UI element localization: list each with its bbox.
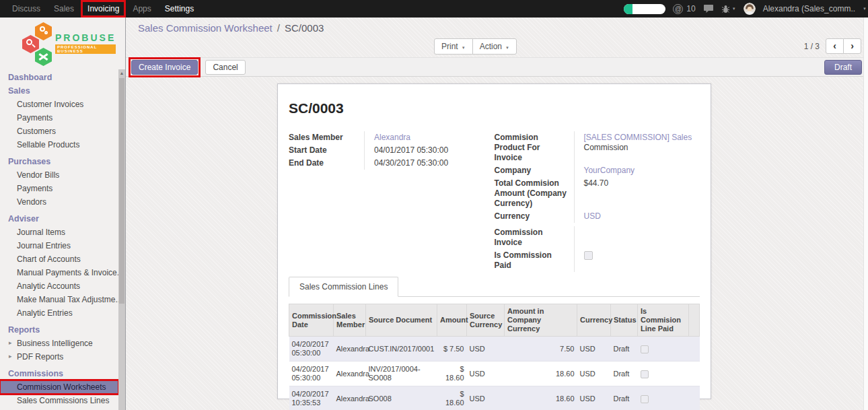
sidebar-item-pdf-reports[interactable]: PDF Reports: [0, 350, 118, 364]
cell-currency: USD: [577, 337, 611, 362]
col-currency: Currency: [577, 304, 611, 337]
user-menu[interactable]: Alexandra (Sales_comm..: [763, 4, 855, 13]
line-paid-checkbox: [641, 370, 649, 378]
sidebar-item-tax-adjustments[interactable]: Make Manual Tax Adjustme...: [0, 293, 118, 306]
breadcrumb-separator: /: [277, 22, 280, 34]
col-filler: [689, 304, 700, 337]
cell-source-currency: USD: [467, 386, 505, 410]
cell-amount: $ 7.50: [437, 337, 467, 362]
user-menu-caret-icon: ▼: [863, 7, 867, 11]
annotation-highlight-box: Create Invoice: [129, 57, 201, 77]
cell-amount-company: 7.50: [505, 337, 577, 362]
tab-sales-commission-lines[interactable]: Sales Commission Lines: [289, 277, 398, 297]
sidebar-item-sellable-products[interactable]: Sellable Products: [0, 138, 118, 151]
create-invoice-button[interactable]: Create Invoice: [131, 60, 198, 75]
cell-date: 04/20/2017 05:30:00: [289, 362, 334, 386]
sidebar-scrollbar-thumb[interactable]: [119, 78, 124, 304]
cell-currency: USD: [577, 386, 611, 410]
col-is-commission-line-paid: Is Commision Line Paid: [638, 304, 689, 337]
pager: 1 / 3 ‹ ›: [804, 38, 861, 54]
sidebar-item-vendors[interactable]: Vendors: [0, 195, 118, 209]
field-value-sales-member[interactable]: Alexandra: [374, 133, 410, 142]
activities-button[interactable]: 10: [673, 4, 695, 14]
print-label: Print: [441, 42, 458, 51]
sidebar-item-vendor-bills[interactable]: Vendor Bills: [0, 168, 118, 182]
cell-source-currency: USD: [467, 337, 505, 362]
sidebar-scrollbar[interactable]: ▲: [118, 69, 125, 410]
sidebar-item-sales-commissions-lines[interactable]: Sales Commissions Lines: [0, 394, 118, 407]
nav-discuss[interactable]: Discuss: [5, 0, 47, 18]
nav-settings[interactable]: Settings: [158, 0, 201, 18]
sidebar-item-manual-payments[interactable]: Manual Payments & Invoice...: [0, 266, 118, 279]
col-source-document: Source Document: [366, 304, 437, 337]
sidebar-item-customer-invoices[interactable]: Customer Invoices: [0, 98, 118, 111]
logo-hex-gears-icon: [35, 22, 52, 40]
table-row[interactable]: 04/20/2017 05:30:00 Alexandra INV/2017/0…: [289, 362, 700, 386]
menu-heading-reports[interactable]: Reports: [0, 323, 118, 337]
menu-heading-adviser[interactable]: Adviser: [0, 212, 118, 226]
menu-heading-sales[interactable]: Sales: [0, 84, 118, 98]
breadcrumb-current: SC/0003: [285, 22, 324, 34]
field-value-start-date: 04/01/2017 05:30:00: [364, 144, 495, 157]
line-paid-checkbox: [641, 345, 649, 353]
sidebar-item-customers[interactable]: Customers: [0, 125, 118, 138]
brand-name: PROBUSE: [55, 32, 116, 43]
menu-heading-purchases[interactable]: Purchases: [0, 155, 118, 168]
cancel-button[interactable]: Cancel: [205, 60, 245, 75]
chevron-down-icon: ▼: [732, 7, 736, 11]
sidebar-item-chart-of-accounts[interactable]: Chart of Accounts: [0, 252, 118, 266]
sidebar-item-commission-worksheets[interactable]: Commission Worksheets: [0, 380, 118, 394]
scroll-up-arrow-icon[interactable]: ▲: [118, 69, 125, 77]
timer-widget[interactable]: [624, 4, 665, 14]
print-button[interactable]: Print: [434, 38, 473, 55]
pager-next-button[interactable]: ›: [843, 38, 861, 54]
field-value-currency[interactable]: USD: [584, 211, 601, 221]
sidebar-item-payments-purchases[interactable]: Payments: [0, 182, 118, 195]
action-label: Action: [480, 42, 502, 51]
form-sheet: SC/0003 Sales Member Alexandra Start Dat…: [277, 83, 711, 399]
field-label-is-commission-paid: Is Commission Paid: [495, 249, 574, 272]
field-label-total-commission: Total Commision Amount (Company Currency…: [495, 177, 574, 210]
sidebar-item-journal-items[interactable]: Journal Items: [0, 226, 118, 239]
nav-apps[interactable]: Apps: [126, 0, 157, 18]
sidebar-item-journal-entries[interactable]: Journal Entries: [0, 239, 118, 252]
messages-button[interactable]: [703, 4, 714, 13]
cell-amount: $ 18.60: [437, 386, 467, 410]
secondary-menu: Dashboard Sales Customer Invoices Paymen…: [0, 69, 118, 410]
sidebar-item-payments-sales[interactable]: Payments: [0, 111, 118, 125]
form-statusbar: Create Invoice Cancel Draft: [126, 57, 868, 77]
field-value-total-commission: $44.70: [574, 177, 700, 210]
cell-source: SO008: [366, 386, 437, 410]
cell-status: Draft: [611, 337, 638, 362]
content-scrollbar[interactable]: [863, 18, 868, 410]
cell-member: Alexandra: [334, 386, 366, 410]
line-paid-checkbox: [641, 395, 649, 403]
menu-heading-dashboard[interactable]: Dashboard: [0, 71, 118, 84]
brand-tagline: PROFESSIONAL BUSINESS: [55, 44, 116, 54]
cell-amount-company: 18.60: [505, 386, 577, 410]
field-value-company[interactable]: YourCompany: [584, 166, 635, 175]
menu-heading-commissions[interactable]: Commissions: [0, 367, 118, 380]
nav-invoicing[interactable]: Invoicing: [81, 0, 126, 18]
sidebar-item-analytic-accounts[interactable]: Analytic Accounts: [0, 279, 118, 293]
nav-sales[interactable]: Sales: [47, 0, 81, 18]
pager-previous-button[interactable]: ‹: [826, 38, 844, 54]
field-label-currency: Currency: [495, 210, 574, 223]
cell-amount: $ 18.60: [437, 362, 467, 386]
bug-icon: [721, 5, 730, 13]
avatar[interactable]: [744, 3, 756, 15]
col-amount: Amount: [437, 304, 467, 337]
field-label-start-date: Start Date: [289, 144, 364, 157]
debug-menu-button[interactable]: ▼: [721, 5, 736, 13]
sidebar-item-analytic-entries[interactable]: Analytic Entries: [0, 306, 118, 320]
breadcrumb-parent-link[interactable]: Sales Commission Worksheet: [138, 22, 273, 34]
table-row[interactable]: 04/20/2017 05:30:00 Alexandra CUST.IN/20…: [289, 337, 700, 362]
table-row[interactable]: 04/20/2017 10:35:53 Alexandra SO008 $ 18…: [289, 386, 700, 410]
notebook-tabs: Sales Commission Lines: [289, 277, 700, 297]
cell-date: 04/20/2017 05:30:00: [289, 337, 334, 362]
field-value-commission-product-link[interactable]: [SALES COMMISSION] Sales: [584, 133, 692, 142]
action-button[interactable]: Action: [472, 38, 517, 55]
action-caret-icon: [505, 42, 509, 51]
sidebar-item-business-intelligence[interactable]: Business Intelligence: [0, 337, 118, 350]
col-sales-member: Sales Member: [334, 304, 366, 337]
